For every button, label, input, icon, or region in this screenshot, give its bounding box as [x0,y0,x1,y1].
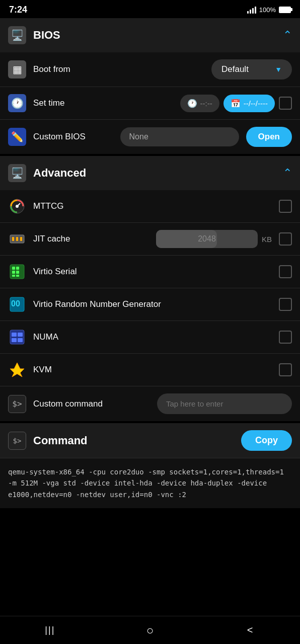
numa-icon [8,328,26,346]
copy-button[interactable]: Copy [241,430,292,451]
boot-from-label: Boot from [33,64,204,74]
svg-rect-20 [18,338,23,342]
command-section-title: Command [33,434,88,447]
svg-text:00: 00 [11,299,20,308]
jit-cache-checkbox[interactable] [279,232,292,246]
home-button[interactable]: ○ [135,620,165,640]
advanced-section: 🖥️ Advanced ⌃ MTTCG [0,156,300,421]
bios-chevron-icon[interactable]: ⌃ [283,29,292,42]
bios-section: 🖥️ BIOS ⌃ ▦ Boot from Default ▼ 🕐 Set ti… [0,18,300,154]
virtio-serial-row: Virtio Serial [0,256,300,288]
virtio-random-checkbox[interactable] [279,298,292,311]
custom-command-label: Custom command [33,399,150,409]
custom-command-row: $> Custom command [0,386,300,421]
time-pill[interactable]: 🕐 --:-- [180,95,219,112]
virtio-random-row: 00 Virtio Random Number Generator [0,288,300,321]
advanced-icon: 🖥️ [8,164,26,182]
svg-rect-17 [12,333,17,337]
calendar-icon: 📅 [231,99,241,108]
svg-rect-6 [20,237,22,241]
svg-rect-12 [12,275,15,277]
svg-rect-5 [16,237,18,241]
jit-cache-slider[interactable]: 2048 [156,230,258,248]
advanced-section-header: 🖥️ Advanced ⌃ [0,156,300,190]
kvm-icon [8,361,26,379]
advanced-section-title: Advanced [33,167,86,180]
svg-rect-13 [16,275,19,277]
virtio-serial-label: Virtio Serial [33,267,272,277]
jit-cache-unit: KB [262,235,272,244]
nav-bar: ||| ○ < [0,616,300,644]
command-section-header: $> Command Copy [0,423,300,458]
status-time: 7:24 [9,5,27,15]
kvm-row: KVM [0,354,300,386]
svg-rect-4 [12,237,14,241]
bios-section-header: 🖥️ BIOS ⌃ [0,18,300,52]
svg-rect-9 [16,267,19,270]
command-section: $> Command Copy qemu-system-x86_64 -cpu … [0,423,300,508]
mttcg-icon [8,197,26,215]
recent-apps-button[interactable]: ||| [35,620,65,640]
time-placeholder: --:-- [200,99,212,108]
time-icon: 🕐 [8,94,26,112]
mttcg-row: MTTCG [0,190,300,223]
custom-command-icon: $> [8,395,26,413]
boot-from-value: Default [221,64,249,74]
svg-rect-11 [16,271,19,274]
clock-icon: 🕐 [187,99,197,108]
virtio-random-icon: 00 [8,295,26,313]
date-pill[interactable]: 📅 --/--/---- [223,95,275,112]
jit-cache-row: JIT cache 2048 KB [0,223,300,256]
kvm-label: KVM [33,365,272,375]
open-button[interactable]: Open [246,127,292,147]
command-output: qemu-system-x86_64 -cpu core2duo -smp so… [0,458,300,508]
svg-rect-8 [12,267,15,270]
jit-cache-icon [8,230,26,248]
status-bar: 7:24 100% [0,0,300,18]
virtio-serial-checkbox[interactable] [279,265,292,278]
command-icon: $> [8,432,26,450]
time-controls: 🕐 --:-- 📅 --/--/---- [180,95,292,112]
boot-from-dropdown[interactable]: Default ▼ [211,59,292,79]
numa-checkbox[interactable] [279,331,292,344]
virtio-serial-icon [8,263,26,281]
date-placeholder: --/--/---- [244,99,268,108]
mttcg-checkbox[interactable] [279,200,292,213]
battery-icon [279,7,291,13]
jit-cache-label: JIT cache [33,234,149,244]
kvm-checkbox[interactable] [279,363,292,376]
bios-icon: 🖥️ [8,26,26,44]
signal-icon [247,6,256,14]
svg-rect-19 [12,338,17,342]
mttcg-label: MTTCG [33,201,272,211]
jit-cache-value: 2048 [163,234,251,244]
custom-bios-input[interactable] [120,127,239,146]
boot-from-row: ▦ Boot from Default ▼ [0,52,300,87]
svg-marker-21 [10,363,24,377]
set-time-checkbox[interactable] [279,97,292,110]
battery-fill [280,8,290,12]
custom-bios-row: ✏️ Custom BIOS Open [0,120,300,154]
svg-rect-10 [12,271,15,274]
jit-cache-slider-container: 2048 KB [156,230,272,248]
boot-icon: ▦ [8,60,26,78]
numa-row: NUMA [0,321,300,354]
dropdown-arrow-icon: ▼ [275,65,282,73]
numa-label: NUMA [33,332,272,342]
advanced-chevron-icon[interactable]: ⌃ [283,167,292,180]
back-button[interactable]: < [235,620,265,640]
custom-bios-label: Custom BIOS [33,132,113,142]
battery-text: 100% [259,6,276,14]
virtio-random-label: Virtio Random Number Generator [33,299,272,309]
set-time-label: Set time [33,98,173,108]
custom-command-input[interactable] [157,393,292,414]
svg-rect-18 [18,333,23,337]
custom-bios-icon: ✏️ [8,128,26,146]
status-right: 100% [247,6,291,14]
set-time-row: 🕐 Set time 🕐 --:-- 📅 --/--/---- [0,87,300,120]
bios-section-title: BIOS [33,29,60,42]
